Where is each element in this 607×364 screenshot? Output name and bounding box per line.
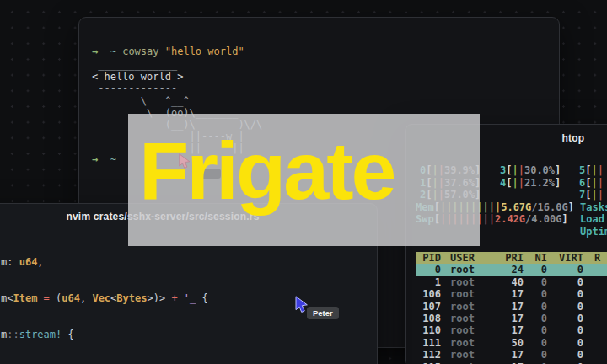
htop-uptime-label: Uptime <box>580 226 607 238</box>
cpu-meter-7: 7[|| <box>579 189 604 201</box>
terminal-prompt-line-2[interactable]: → ~ <box>92 153 116 165</box>
cpu-meter-3: 3[||30.0%] <box>500 164 561 176</box>
overlay-title: Frigate <box>139 130 394 211</box>
terminal-command: cowsay <box>122 46 165 57</box>
process-row[interactable]: 108root1700 <box>416 313 607 324</box>
code-line: m<Item = (u64, Vec<Bytes>)> + '_ { <box>1 292 379 304</box>
cpu-meter-4: 4[||21.2%] <box>500 177 561 189</box>
htop-tasks-label: Tasks <box>580 201 607 213</box>
terminal-command-arg: "hello world" <box>165 46 244 57</box>
process-row[interactable]: 112root1700 <box>416 349 607 361</box>
process-row[interactable]: 110root1700 <box>416 324 607 336</box>
process-row[interactable]: 106root1700 <box>416 288 607 300</box>
frigate-overlay: Frigate <box>128 114 480 246</box>
process-row[interactable]: 111root5000 <box>416 337 607 349</box>
code-editor[interactable]: m: u64, m<Item = (u64, Vec<Bytes>)> + '_… <box>1 232 379 364</box>
process-row[interactable]: 107root1700 <box>416 301 607 313</box>
prompt-path: ~ <box>110 46 116 57</box>
process-row[interactable]: 1root4000 <box>416 276 607 288</box>
process-table-header[interactable]: PIDUSERPRINIVIRTR <box>416 252 607 264</box>
process-row[interactable]: 115root1700 <box>416 361 607 364</box>
cpu-meter-5: 5[|| <box>579 164 604 176</box>
cpu-meter-6: 6[|| <box>579 177 604 189</box>
code-line: m::stream! { <box>1 329 379 340</box>
htop-load-label: Load <box>580 213 604 225</box>
process-row-selected[interactable]: 0root2400 <box>416 264 607 276</box>
prompt-path: ~ <box>110 153 116 165</box>
remote-cursor-label-peter: Peter <box>307 307 339 319</box>
cowsay-bubble-text: < hello world > <box>92 71 183 83</box>
code-line: m: u64, <box>1 256 379 268</box>
terminal-prompt-line: → ~ cowsay "hello world" <box>92 46 244 57</box>
